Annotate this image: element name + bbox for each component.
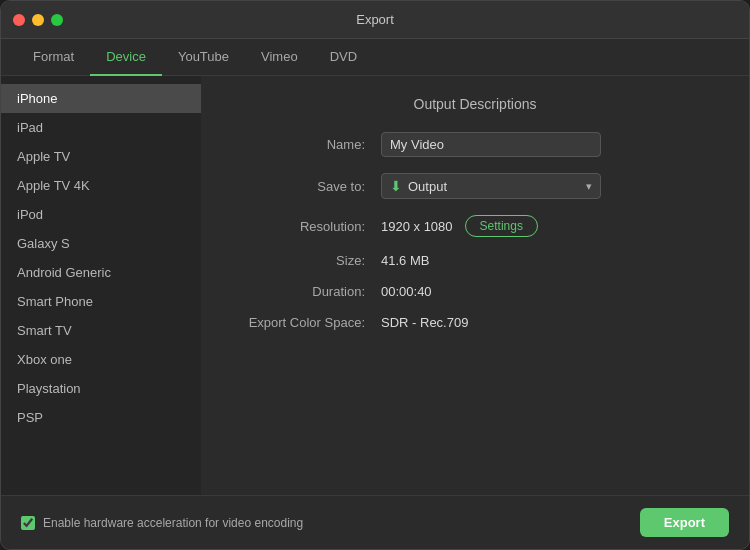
save-to-row: Save to: ⬇ Output ▾: [231, 173, 719, 199]
hardware-acceleration-label: Enable hardware acceleration for video e…: [43, 516, 303, 530]
chevron-down-icon: ▾: [586, 180, 592, 193]
output-panel: Output Descriptions Name: Save to: ⬇ Out…: [201, 76, 749, 495]
color-space-row: Export Color Space: SDR - Rec.709: [231, 315, 719, 330]
duration-value: 00:00:40: [381, 284, 719, 299]
tab-youtube[interactable]: YouTube: [162, 39, 245, 76]
sidebar-item-playstation[interactable]: Playstation: [1, 374, 201, 403]
tab-dvd[interactable]: DVD: [314, 39, 373, 76]
tab-format[interactable]: Format: [17, 39, 90, 76]
sidebar-item-apple-tv-4k[interactable]: Apple TV 4K: [1, 171, 201, 200]
traffic-lights: [13, 14, 63, 26]
output-fields: Name: Save to: ⬇ Output ▾: [231, 132, 719, 330]
minimize-button[interactable]: [32, 14, 44, 26]
sidebar-item-xbox-one[interactable]: Xbox one: [1, 345, 201, 374]
save-to-dropdown[interactable]: ⬇ Output ▾: [381, 173, 601, 199]
window-title: Export: [356, 12, 394, 27]
export-window: Export Format Device YouTube Vimeo DVD i…: [0, 0, 750, 550]
tab-vimeo[interactable]: Vimeo: [245, 39, 314, 76]
size-value: 41.6 MB: [381, 253, 719, 268]
main-content: iPhone iPad Apple TV Apple TV 4K iPod Ga…: [1, 76, 749, 495]
size-row: Size: 41.6 MB: [231, 253, 719, 268]
size-label: Size:: [231, 253, 381, 268]
duration-label: Duration:: [231, 284, 381, 299]
export-button[interactable]: Export: [640, 508, 729, 537]
download-icon: ⬇: [390, 178, 402, 194]
sidebar-item-psp[interactable]: PSP: [1, 403, 201, 432]
close-button[interactable]: [13, 14, 25, 26]
save-to-value: Output: [408, 179, 447, 194]
sidebar-item-android-generic[interactable]: Android Generic: [1, 258, 201, 287]
title-bar: Export: [1, 1, 749, 39]
duration-row: Duration: 00:00:40: [231, 284, 719, 299]
hardware-acceleration-row: Enable hardware acceleration for video e…: [21, 516, 303, 530]
color-space-label: Export Color Space:: [231, 315, 381, 330]
resolution-row: Resolution: 1920 x 1080 Settings: [231, 215, 719, 237]
name-row: Name:: [231, 132, 719, 157]
sidebar-item-smart-phone[interactable]: Smart Phone: [1, 287, 201, 316]
bottom-bar: Enable hardware acceleration for video e…: [1, 495, 749, 549]
sidebar-item-ipad[interactable]: iPad: [1, 113, 201, 142]
save-to-label: Save to:: [231, 179, 381, 194]
sidebar-item-apple-tv[interactable]: Apple TV: [1, 142, 201, 171]
color-space-value: SDR - Rec.709: [381, 315, 719, 330]
panel-title: Output Descriptions: [231, 96, 719, 112]
name-input[interactable]: [381, 132, 601, 157]
sidebar-item-ipod[interactable]: iPod: [1, 200, 201, 229]
hardware-acceleration-checkbox[interactable]: [21, 516, 35, 530]
tab-device[interactable]: Device: [90, 39, 162, 76]
tab-bar: Format Device YouTube Vimeo DVD: [1, 39, 749, 76]
sidebar-item-smart-tv[interactable]: Smart TV: [1, 316, 201, 345]
sidebar-item-iphone[interactable]: iPhone: [1, 84, 201, 113]
device-sidebar: iPhone iPad Apple TV Apple TV 4K iPod Ga…: [1, 76, 201, 495]
maximize-button[interactable]: [51, 14, 63, 26]
name-label: Name:: [231, 137, 381, 152]
settings-button[interactable]: Settings: [465, 215, 538, 237]
resolution-label: Resolution:: [231, 219, 381, 234]
resolution-value: 1920 x 1080: [381, 219, 453, 234]
sidebar-item-galaxy-s[interactable]: Galaxy S: [1, 229, 201, 258]
